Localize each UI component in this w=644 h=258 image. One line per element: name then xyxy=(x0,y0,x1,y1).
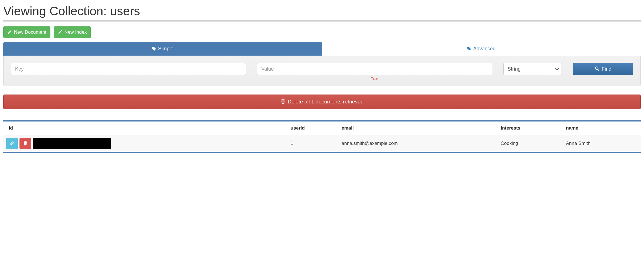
type-col: String xyxy=(503,63,562,75)
pencil-icon xyxy=(58,29,62,36)
toolbar: New Document New Index xyxy=(3,26,641,38)
find-button[interactable]: Find xyxy=(573,63,633,75)
search-icon xyxy=(595,66,600,73)
col-email: email xyxy=(339,121,498,135)
value-col: Text xyxy=(257,63,492,81)
tag-icon xyxy=(152,46,156,52)
new-index-button[interactable]: New Index xyxy=(54,26,91,38)
table-header-row: _id userid email interests name xyxy=(3,121,641,135)
new-document-label: New Document xyxy=(14,29,46,36)
new-document-button[interactable]: New Document xyxy=(3,26,50,38)
find-label: Find xyxy=(602,66,611,73)
delete-all-label: Delete all 1 documents retrieved xyxy=(288,98,364,106)
row-delete-button[interactable] xyxy=(19,138,31,149)
col-userid: userid xyxy=(288,121,339,135)
new-index-label: New Index xyxy=(64,29,87,36)
search-mode-tabs: Simple Advanced xyxy=(3,42,641,56)
tab-simple-label: Simple xyxy=(158,46,173,52)
col-name: name xyxy=(563,121,641,135)
cell-userid: 1 xyxy=(288,135,339,152)
page-title: Viewing Collection: users xyxy=(3,4,641,21)
find-col: Find xyxy=(573,63,633,75)
cell-id xyxy=(3,135,288,152)
key-col xyxy=(11,63,246,75)
key-input[interactable] xyxy=(11,63,246,75)
trash-icon xyxy=(23,141,28,146)
cell-interests: Cooking xyxy=(498,135,563,152)
table-row: 1 anna.smith@example.com Cooking Anna Sm… xyxy=(3,135,641,152)
tab-advanced[interactable]: Advanced xyxy=(322,42,641,56)
cell-name: Anna Smith xyxy=(563,135,641,152)
tab-simple[interactable]: Simple xyxy=(3,42,322,56)
col-id: _id xyxy=(3,121,288,135)
pencil-icon xyxy=(8,29,12,36)
delete-all-button[interactable]: Delete all 1 documents retrieved xyxy=(3,95,641,109)
value-input[interactable] xyxy=(257,63,492,75)
tab-advanced-label: Advanced xyxy=(473,46,496,52)
col-interests: interests xyxy=(498,121,563,135)
type-select[interactable]: String xyxy=(503,63,562,75)
id-redacted xyxy=(33,138,111,149)
value-helper-text: Text xyxy=(257,76,492,81)
trash-icon xyxy=(280,98,286,106)
link-icon xyxy=(10,141,14,146)
cell-email: anna.smith@example.com xyxy=(339,135,498,152)
tags-icon xyxy=(467,46,472,52)
search-panel: Text String Find xyxy=(3,56,641,86)
row-link-button[interactable] xyxy=(6,138,18,149)
results-table: _id userid email interests name xyxy=(3,120,641,153)
